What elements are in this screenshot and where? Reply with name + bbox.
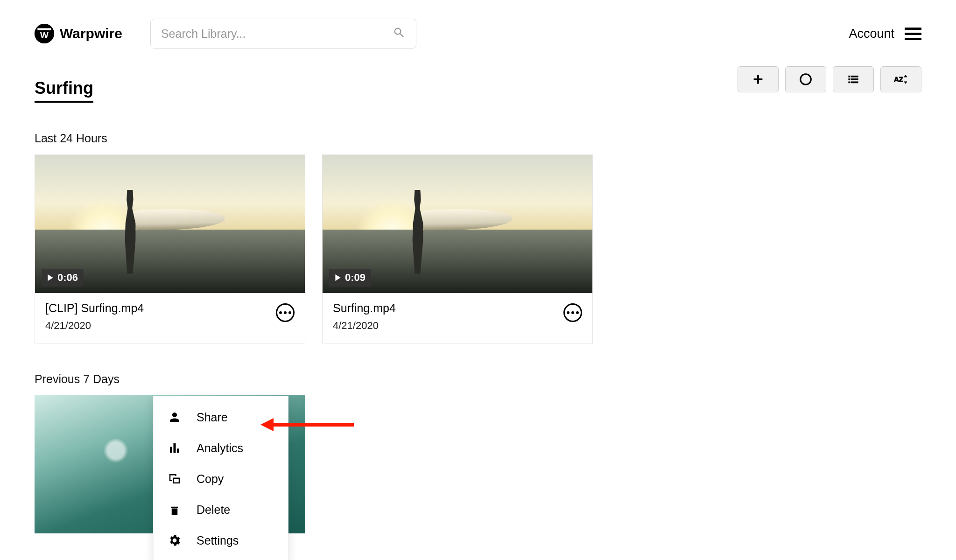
svg-marker-10	[260, 418, 274, 431]
video-thumbnail[interactable]: 0:09	[323, 155, 592, 293]
menu-item-copy[interactable]: Copy	[154, 463, 288, 494]
toolbar: AZ	[738, 66, 921, 92]
duration-text: 0:06	[57, 272, 78, 284]
add-button[interactable]	[738, 66, 779, 92]
video-date: 4/21/2020	[45, 320, 144, 332]
svg-text:W: W	[40, 31, 49, 41]
hamburger-icon[interactable]	[905, 28, 921, 40]
play-icon	[335, 274, 341, 281]
video-card[interactable]: 0:09 Surfing.mp4 4/21/2020	[322, 154, 593, 343]
main: Surfing AZ Last 24 Hours 0:06	[0, 60, 956, 533]
more-options-button[interactable]	[563, 303, 582, 322]
svg-rect-1	[37, 28, 51, 30]
duration-badge: 0:06	[42, 269, 84, 287]
header-right: Account	[849, 27, 921, 41]
search-icon[interactable]	[393, 26, 406, 41]
gear-icon	[168, 533, 182, 547]
svg-marker-7	[48, 274, 53, 281]
person-icon	[168, 410, 182, 424]
video-card[interactable]: 0:06 [CLIP] Surfing.mp4 4/21/2020	[35, 154, 305, 343]
library-title[interactable]: Surfing	[35, 78, 93, 103]
duration-text: 0:09	[345, 272, 366, 284]
list-view-button[interactable]	[833, 66, 874, 92]
menu-item-delete[interactable]: Delete	[154, 494, 288, 525]
trash-icon	[168, 503, 182, 517]
menu-item-label: Delete	[197, 503, 230, 517]
brand-name: Warpwire	[60, 26, 122, 42]
video-title: [CLIP] Surfing.mp4	[45, 301, 144, 315]
barchart-icon	[168, 441, 182, 455]
logo-icon: W	[35, 24, 54, 43]
search-input[interactable]	[161, 27, 393, 41]
sort-button[interactable]: AZ	[880, 66, 921, 92]
svg-marker-5	[904, 82, 907, 84]
sort-az-icon: AZ	[894, 72, 908, 86]
header: W Warpwire Account	[0, 0, 956, 60]
list-icon	[846, 72, 860, 86]
plus-icon	[751, 72, 765, 86]
menu-item-label: Settings	[197, 534, 239, 547]
video-title: Surfing.mp4	[333, 301, 396, 315]
video-thumbnail[interactable]: 0:06	[35, 155, 305, 293]
account-link[interactable]: Account	[849, 27, 894, 41]
video-date: 4/21/2020	[333, 320, 396, 332]
menu-item-label: Copy	[197, 472, 224, 486]
duration-badge: 0:09	[329, 269, 371, 287]
menu-item-label: Analytics	[197, 441, 243, 455]
record-button[interactable]	[785, 66, 826, 92]
section-label-recent: Last 24 Hours	[35, 132, 921, 145]
svg-marker-8	[335, 274, 340, 281]
svg-text:AZ: AZ	[894, 75, 903, 83]
section-label-prev7: Previous 7 Days	[35, 372, 921, 386]
play-icon	[47, 274, 54, 281]
annotation-arrow	[260, 416, 354, 433]
svg-point-3	[801, 74, 811, 85]
circle-icon	[799, 72, 813, 86]
search-field[interactable]	[150, 19, 416, 49]
menu-item-label: Share	[197, 411, 228, 424]
menu-item-settings[interactable]: Settings	[154, 525, 288, 556]
copy-icon	[168, 472, 182, 486]
svg-marker-4	[904, 75, 907, 77]
menu-item-analytics[interactable]: Analytics	[154, 433, 288, 463]
card-row: 0:06 [CLIP] Surfing.mp4 4/21/2020 0:09	[35, 154, 921, 343]
brand-logo[interactable]: W Warpwire	[35, 24, 122, 43]
more-options-button[interactable]	[276, 303, 295, 322]
